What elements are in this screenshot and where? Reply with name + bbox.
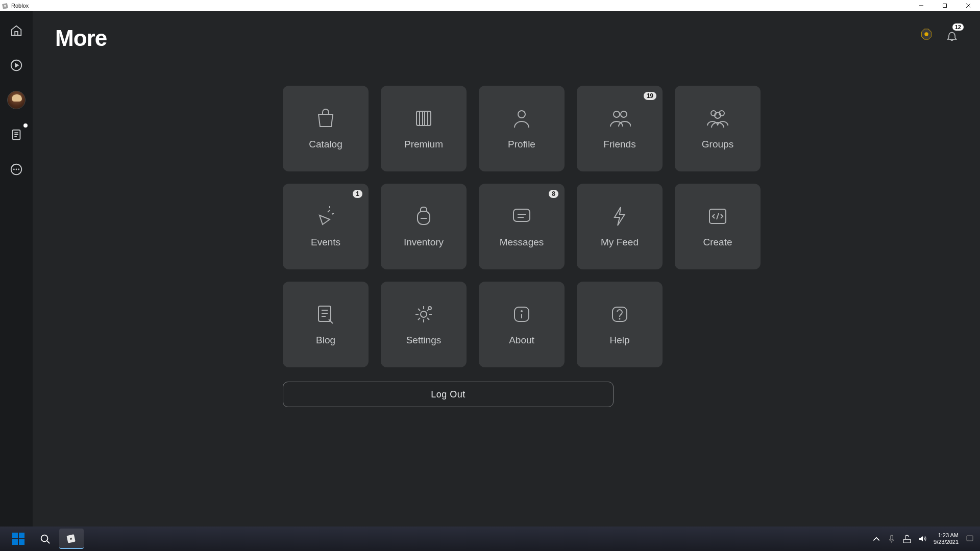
tile-about[interactable]: About [479, 282, 565, 367]
clock-date: 9/23/2021 [934, 539, 959, 545]
message-icon [510, 205, 533, 228]
tile-inventory[interactable]: Inventory [381, 184, 467, 269]
person-icon [510, 107, 533, 130]
bag-icon [314, 107, 337, 130]
bolt-icon [608, 205, 631, 228]
tile-messages[interactable]: Messages8 [479, 184, 565, 269]
tile-label: Friends [603, 139, 635, 150]
taskbar-search[interactable] [33, 529, 57, 549]
sidebar-discover[interactable] [6, 55, 27, 76]
tray-mic-icon[interactable] [888, 535, 896, 543]
tray-notification-icon[interactable] [966, 535, 974, 543]
groups-icon [706, 107, 729, 130]
unread-dot-icon [22, 122, 29, 129]
tile-label: Blog [316, 335, 335, 346]
sidebar-more[interactable] [6, 159, 27, 180]
sidebar-home[interactable] [6, 20, 27, 41]
svg-rect-35 [943, 4, 947, 8]
tile-label: Catalog [309, 139, 342, 150]
tile-create[interactable]: Create [675, 184, 761, 269]
windows-logo-icon [12, 533, 24, 545]
premium-icon [412, 107, 435, 130]
tile-label: Profile [508, 139, 535, 150]
tile-friends[interactable]: Friends19 [577, 86, 663, 171]
close-button[interactable] [957, 0, 980, 11]
tray-network-icon[interactable] [903, 535, 911, 543]
info-icon [510, 303, 533, 325]
robux-button[interactable] [919, 27, 934, 42]
tile-label: My Feed [601, 237, 639, 248]
minimize-button[interactable] [910, 0, 933, 11]
backpack-icon [412, 205, 435, 228]
tile-badge: 8 [549, 190, 558, 198]
tile-label: Create [703, 237, 732, 248]
blog-icon [314, 303, 337, 325]
start-button[interactable] [6, 529, 31, 549]
tile-profile[interactable]: Profile [479, 86, 565, 171]
party-icon [314, 205, 337, 228]
tile-label: Groups [702, 139, 733, 150]
logout-button[interactable]: Log Out [283, 382, 614, 407]
taskbar-roblox[interactable] [59, 529, 84, 549]
tile-blog[interactable]: Blog [283, 282, 369, 367]
tile-label: Premium [404, 139, 443, 150]
taskbar: 1:23 AM 9/23/2021 [0, 527, 980, 551]
tile-badge: 19 [644, 92, 656, 100]
maximize-button[interactable] [933, 0, 957, 11]
question-icon [608, 303, 631, 325]
notification-badge: 12 [952, 23, 964, 31]
sidebar-chat[interactable] [6, 124, 27, 145]
tile-groups[interactable]: Groups [675, 86, 761, 171]
app-icon [2, 2, 9, 9]
taskbar-clock[interactable]: 1:23 AM 9/23/2021 [934, 532, 959, 545]
page-title: More [55, 26, 958, 51]
tile-label: Help [609, 335, 629, 346]
tile-grid: CatalogPremiumProfileFriends19GroupsEven… [283, 86, 958, 367]
tile-badge: 1 [353, 190, 362, 198]
tray-expand-icon[interactable] [872, 535, 880, 543]
tile-myfeed[interactable]: My Feed [577, 184, 663, 269]
sidebar-avatar[interactable] [6, 90, 27, 110]
window-titlebar: Roblox [0, 0, 980, 11]
window-title: Roblox [11, 3, 29, 9]
friends-icon [608, 107, 631, 130]
avatar-icon [7, 91, 26, 109]
gear-icon [412, 303, 435, 325]
tray-volume-icon[interactable] [918, 535, 926, 543]
tile-label: Events [311, 237, 340, 248]
sidebar [0, 11, 33, 527]
clock-time: 1:23 AM [934, 532, 959, 539]
tile-label: Messages [500, 237, 544, 248]
tile-catalog[interactable]: Catalog [283, 86, 369, 171]
tile-label: Settings [406, 335, 442, 346]
tile-events[interactable]: Events1 [283, 184, 369, 269]
tile-settings[interactable]: Settings [381, 282, 467, 367]
tile-help[interactable]: Help [577, 282, 663, 367]
code-icon [706, 205, 729, 228]
tile-premium[interactable]: Premium [381, 86, 467, 171]
tile-label: About [509, 335, 534, 346]
tile-label: Inventory [404, 237, 444, 248]
notifications-button[interactable]: 12 [944, 27, 960, 42]
